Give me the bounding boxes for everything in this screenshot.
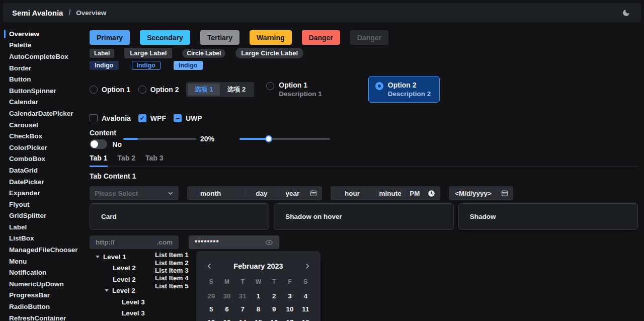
warning-button-warning[interactable]: Warning [250, 30, 291, 45]
sidebar-item-refreshcontainer[interactable]: RefreshContainer [0, 312, 90, 321]
checkbox-wpf[interactable]: ✓WPF [138, 114, 166, 122]
tree-item-level-2[interactable]: Level 2 [93, 285, 155, 297]
checkbox-uwp[interactable]: UWP [174, 114, 202, 122]
calendar-day-cell[interactable]: 14 [235, 315, 251, 321]
radio-option-2[interactable]: Option 2 [138, 86, 179, 94]
calendar-day-cell[interactable]: 3 [282, 289, 297, 302]
sidebar-item-label[interactable]: Label [0, 221, 90, 233]
radio-circle [90, 86, 98, 94]
calendar-day-cell[interactable]: 29 [203, 289, 219, 302]
calendar-day-cell[interactable]: 10 [282, 302, 297, 315]
sidebar-item-calendardatepicker[interactable]: CalendarDatePicker [0, 108, 90, 119]
tree-item-level-2[interactable]: Level 2 [93, 263, 155, 274]
date-picker-month[interactable]: month [187, 190, 245, 197]
segmented-option[interactable]: 选项 1 [188, 84, 220, 96]
sidebar-item-expander[interactable]: Expander [0, 187, 90, 199]
calendar-day-cell[interactable]: 11 [298, 302, 313, 315]
calendar-day-cell[interactable]: 30 [219, 289, 234, 302]
sidebar-item-autocompletebox[interactable]: AutoCompleteBox [0, 51, 90, 62]
sidebar-item-datepicker[interactable]: DatePicker [0, 176, 90, 188]
calendar-day-cell[interactable]: 8 [251, 302, 266, 315]
sidebar-item-managedfilechooser[interactable]: ManagedFileChooser [0, 244, 90, 256]
radio-card-selected[interactable]: Option 2 Description 2 [368, 76, 440, 103]
sidebar-item-menu[interactable]: Menu [0, 256, 90, 267]
sidebar-item-button[interactable]: Button [0, 73, 90, 85]
sidebar-item-carousel[interactable]: Carousel [0, 119, 90, 131]
tab-tab-3[interactable]: Tab 3 [145, 154, 164, 167]
toggle-switch[interactable] [90, 139, 107, 149]
calendar-day-cell[interactable]: 2 [266, 289, 282, 302]
time-picker-hour[interactable]: hour [331, 190, 376, 197]
sidebar-item-border[interactable]: Border [0, 62, 90, 74]
slider[interactable] [239, 135, 330, 143]
calendar-day-cell[interactable]: 12 [203, 315, 219, 321]
list-item[interactable]: List Item 2 [155, 259, 190, 266]
sidebar-item-listbox[interactable]: ListBox [0, 233, 90, 245]
eye-icon[interactable] [265, 238, 273, 247]
calendar-day-cell[interactable]: 31 [235, 289, 251, 302]
slider-demo-row: Content No 20% [90, 128, 638, 150]
calendar-month-title[interactable]: February 2023 [215, 262, 301, 270]
tree-item-level-2[interactable]: Level 2 [93, 274, 155, 285]
calendar-prev-button[interactable] [203, 260, 215, 272]
checkbox-avalonia[interactable]: Avalonia [90, 114, 131, 122]
theme-toggle-button[interactable] [620, 7, 632, 19]
sidebar-item-calendar[interactable]: Calendar [0, 97, 90, 108]
tree-item-level-3[interactable]: Level 3 [93, 296, 155, 308]
calendar-day-cell[interactable]: 4 [298, 289, 313, 302]
slider-thumb[interactable] [265, 135, 272, 142]
calendar-date-picker[interactable]: <M/d/yyyy> [449, 186, 513, 200]
list-item[interactable]: List Item 4 [155, 274, 190, 282]
sidebar-item-flyout[interactable]: Flyout [0, 199, 90, 210]
sidebar-item-combobox[interactable]: ComboBox [0, 153, 90, 165]
list-item[interactable]: List Item 1 [155, 251, 190, 259]
caret-down-icon[interactable] [96, 256, 100, 258]
calendar-day-cell[interactable]: 17 [282, 315, 297, 321]
calendar-day-cell[interactable]: 15 [251, 315, 266, 321]
calendar-day-cell[interactable]: 9 [266, 302, 282, 315]
calendar-day-cell[interactable]: 13 [219, 315, 234, 321]
date-picker-year[interactable]: year [278, 190, 307, 197]
sidebar-item-overview[interactable]: Overview [0, 28, 90, 40]
sidebar-item-palette[interactable]: Palette [0, 40, 90, 51]
sidebar-item-numericupdown[interactable]: NumericUpDown [0, 278, 90, 290]
time-picker-minute[interactable]: minute [376, 190, 405, 197]
calendar-day-cell[interactable]: 5 [203, 302, 219, 315]
radio-with-description[interactable]: Option 1 Description 1 [266, 81, 322, 98]
sidebar-item-datagrid[interactable]: DataGrid [0, 165, 90, 176]
list-item[interactable]: List Item 5 [155, 282, 190, 290]
time-picker-ampm[interactable]: PM [405, 190, 425, 197]
calendar-week-row: 567891011 [203, 302, 313, 315]
tertiary-button-tertiary[interactable]: Tertiary [200, 30, 239, 45]
combobox[interactable]: Please Select [90, 186, 179, 200]
calendar-day-cell[interactable]: 7 [235, 302, 251, 315]
segmented-option[interactable]: 选项 2 [220, 84, 253, 96]
primary-button-primary[interactable]: Primary [90, 30, 130, 45]
sidebar-item-buttonspinner[interactable]: ButtonSpinner [0, 85, 90, 97]
tree-item-level-1[interactable]: Level 1 [93, 251, 155, 263]
caret-down-icon[interactable] [105, 289, 109, 292]
danger-button-danger[interactable]: Danger [302, 30, 340, 45]
date-picker[interactable]: month day year [187, 186, 322, 200]
sidebar-item-progressbar[interactable]: ProgressBar [0, 290, 90, 301]
tab-tab-1[interactable]: Tab 1 [90, 154, 108, 167]
date-picker-day[interactable]: day [246, 190, 278, 197]
url-input[interactable]: http:// .com [90, 235, 179, 249]
radio-option-1[interactable]: Option 1 [90, 86, 130, 94]
sidebar-item-checkbox[interactable]: CheckBox [0, 130, 90, 142]
calendar-next-button[interactable] [301, 260, 313, 272]
password-input[interactable]: ******** [189, 235, 279, 249]
tree-item-level-3[interactable]: Level 3 [93, 308, 155, 319]
list-item[interactable]: List Item 3 [155, 267, 190, 274]
calendar-day-cell[interactable]: 16 [266, 315, 282, 321]
sidebar-item-gridsplitter[interactable]: GridSplitter [0, 210, 90, 222]
sidebar-item-notification[interactable]: Notification [0, 267, 90, 278]
time-picker[interactable]: hour minute PM [331, 186, 440, 200]
secondary-button-secondary[interactable]: Secondary [140, 30, 190, 45]
tab-tab-2[interactable]: Tab 2 [118, 154, 136, 167]
calendar-day-cell[interactable]: 6 [219, 302, 234, 315]
sidebar-item-radiobutton[interactable]: RadioButton [0, 301, 90, 312]
calendar-day-cell[interactable]: 18 [298, 315, 313, 321]
calendar-day-cell[interactable]: 1 [251, 289, 266, 302]
sidebar-item-colorpicker[interactable]: ColorPicker [0, 142, 90, 153]
